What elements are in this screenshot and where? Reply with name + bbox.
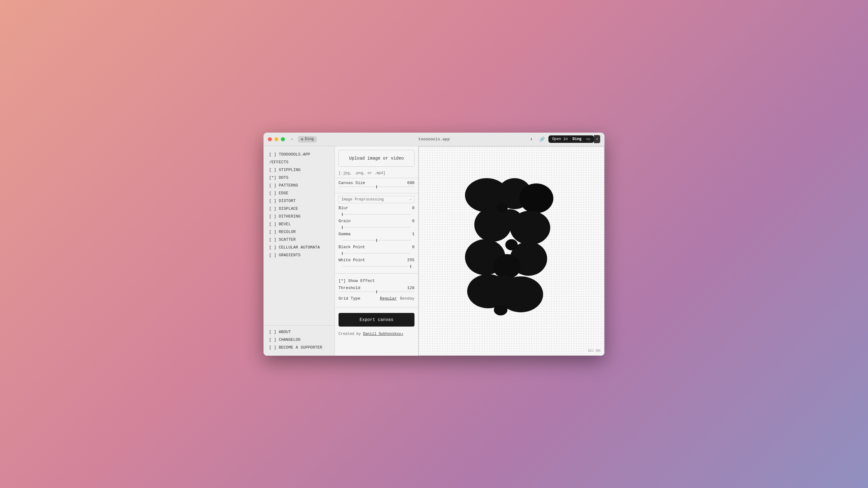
- blur-row: Blur 0: [339, 206, 414, 210]
- blur-slider[interactable]: [339, 214, 414, 215]
- sidebar-item-scatter[interactable]: [ ] SCATTER: [264, 236, 335, 243]
- sidebar-item-supporter[interactable]: [ ] BECOME A SUPPORTER: [264, 344, 335, 351]
- blobs-container: [419, 147, 604, 355]
- white-point-slider[interactable]: [339, 266, 414, 266]
- divider-1: [335, 178, 418, 178]
- blur-label: Blur: [339, 206, 348, 210]
- threshold-row: Threshold 128: [335, 286, 418, 290]
- canvas-size-label: Canvas Size: [339, 181, 365, 185]
- sidebar-item-bevel[interactable]: [ ] BEVEL: [264, 220, 335, 228]
- canvas-size-track[interactable]: [339, 187, 414, 187]
- black-point-track[interactable]: [342, 253, 411, 254]
- sidebar-top: [ ] TOOOOOOLS.APP /EFFECTS [ ] STIPPLING…: [264, 151, 335, 323]
- preprocessing-collapse[interactable]: -: [409, 197, 412, 202]
- black-point-value: 0: [412, 245, 414, 250]
- blur-track[interactable]: [342, 214, 411, 215]
- sidebar-item-displace[interactable]: [ ] DISPLACE: [264, 205, 335, 213]
- grain-thumb: [342, 226, 343, 229]
- sidebar-item-app[interactable]: [ ] TOOOOOOLS.APP: [264, 151, 335, 158]
- tab-pill[interactable]: ⚙ Ding: [298, 136, 317, 142]
- open-in-chevron[interactable]: ▾: [594, 135, 600, 143]
- tab-icon: ⚙: [301, 137, 303, 141]
- gamma-slider[interactable]: [339, 240, 414, 240]
- titlebar: ‹ ⚙ Ding tooooools.app ⬆ 🔗 Open in Ding …: [264, 133, 604, 146]
- upload-subtitle: [.jpg, .png, or .mp4]: [335, 171, 418, 175]
- main-content: [ ] TOOOOOOLS.APP /EFFECTS [ ] STIPPLING…: [264, 146, 604, 356]
- divider-4: [335, 307, 418, 307]
- canvas-size-slider[interactable]: [335, 187, 418, 187]
- nav-back[interactable]: ‹: [289, 136, 296, 142]
- white-point-label: White Point: [339, 258, 365, 262]
- sidebar-item-dots[interactable]: [*] DOTS: [264, 174, 335, 182]
- svg-point-13: [505, 239, 518, 250]
- export-button[interactable]: Export canvas: [339, 313, 414, 327]
- threshold-slider[interactable]: [335, 292, 418, 292]
- preprocessing-label: Image Preprocessing: [341, 197, 384, 202]
- sidebar-item-stippling[interactable]: [ ] STIPPLING: [264, 166, 335, 174]
- sidebar-item-edge[interactable]: [ ] EDGE: [264, 189, 335, 197]
- svg-point-14: [494, 304, 507, 316]
- sidebar-item-dithering[interactable]: [ ] DITHERING: [264, 213, 335, 220]
- gamma-track[interactable]: [342, 240, 411, 240]
- creator-text: Created by Daniil Sukhovskoy↗: [335, 330, 418, 340]
- preprocessing-header: Image Preprocessing -: [339, 196, 414, 203]
- maximize-button[interactable]: [281, 137, 285, 141]
- sidebar-item-cellular-automata[interactable]: [ ] CELLULAR AUTOMATA: [264, 243, 335, 251]
- sidebar-item-gradients[interactable]: [ ] GRADIENTS: [264, 251, 335, 259]
- sidebar-item-about[interactable]: [ ] ABOUT: [264, 328, 335, 336]
- grid-option-regular[interactable]: Regular: [380, 296, 397, 301]
- upload-area[interactable]: Upload image or video: [339, 150, 414, 167]
- sidebar-item-recolor[interactable]: [ ] RECOLOR: [264, 228, 335, 236]
- creator-link[interactable]: Daniil Sukhovskoy↗: [363, 332, 403, 336]
- canvas-size-thumb: [376, 185, 377, 188]
- titlebar-actions: ⬆ 🔗 Open in Ding ⌘O ▾: [527, 135, 600, 143]
- main-window: ‹ ⚙ Ding tooooools.app ⬆ 🔗 Open in Ding …: [264, 133, 604, 356]
- watermark: DEX 测R: [588, 349, 600, 353]
- white-point-row: White Point 255: [339, 258, 414, 262]
- open-in-label: Open in: [552, 137, 568, 141]
- grain-value: 0: [412, 219, 414, 223]
- grid-type-row: Grid Type Regular Benday: [335, 296, 418, 301]
- white-point-track[interactable]: [342, 266, 411, 266]
- svg-point-2: [519, 184, 553, 213]
- black-point-row: Black Point 0: [339, 245, 414, 250]
- divider-2: [335, 193, 418, 193]
- open-in-appname: Ding: [572, 137, 582, 141]
- white-point-thumb: [410, 265, 411, 268]
- upload-label: Upload image or video: [343, 156, 410, 161]
- white-point-value: 255: [407, 258, 414, 262]
- sidebar-section-effects: /EFFECTS: [264, 158, 335, 166]
- grain-slider[interactable]: [339, 227, 414, 227]
- close-button[interactable]: [268, 137, 272, 141]
- sidebar-item-patterns[interactable]: [ ] PATTERNS: [264, 182, 335, 189]
- threshold-track[interactable]: [339, 292, 414, 292]
- threshold-thumb: [376, 290, 377, 293]
- svg-point-11: [494, 276, 516, 294]
- sidebar-item-distort[interactable]: [ ] DISTORT: [264, 197, 335, 205]
- open-in-button[interactable]: Open in Ding ⌘O: [548, 135, 594, 143]
- link-icon[interactable]: 🔗: [538, 135, 546, 143]
- gamma-value: 1: [412, 232, 414, 236]
- minimize-button[interactable]: [274, 137, 278, 141]
- canvas-display: DEX 测R: [419, 147, 604, 355]
- grain-row: Grain 0: [339, 219, 414, 223]
- sidebar-item-changelog[interactable]: [ ] CHANGELOG: [264, 336, 335, 344]
- canvas-size-row: Canvas Size 600: [335, 181, 418, 185]
- blur-value: 0: [412, 206, 414, 210]
- threshold-value: 128: [407, 286, 414, 290]
- gamma-row: Gamma 1: [339, 232, 414, 236]
- canvas-size-value: 600: [407, 181, 414, 185]
- preprocessing-section: Image Preprocessing - Blur 0 Grain 0: [335, 196, 418, 271]
- divider-3: [335, 273, 418, 273]
- grid-type-label: Grid Type: [339, 296, 360, 301]
- open-in-shortcut: ⌘O: [586, 137, 590, 141]
- grain-track[interactable]: [342, 227, 411, 227]
- gamma-label: Gamma: [339, 232, 351, 236]
- grid-option-benday[interactable]: Benday: [400, 296, 414, 301]
- svg-point-12: [497, 203, 508, 212]
- back-icon[interactable]: ‹: [289, 136, 296, 142]
- black-point-label: Black Point: [339, 245, 365, 250]
- black-point-slider[interactable]: [339, 253, 414, 254]
- threshold-label: Threshold: [339, 286, 360, 290]
- share-icon[interactable]: ⬆: [527, 135, 535, 143]
